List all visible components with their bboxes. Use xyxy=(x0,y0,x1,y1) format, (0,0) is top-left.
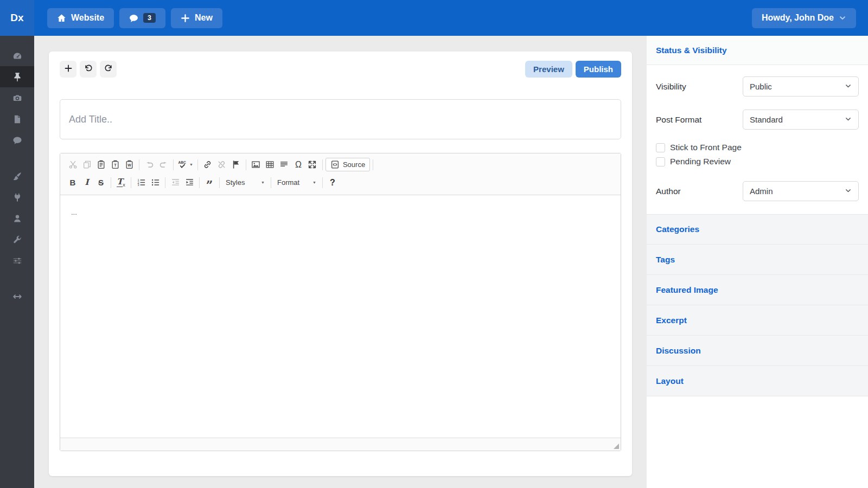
remove-format-button[interactable]: Tx xyxy=(114,176,128,190)
unlink-button[interactable] xyxy=(215,158,229,172)
comments-button[interactable]: 3 xyxy=(119,8,165,28)
pin-icon xyxy=(12,72,22,82)
undo-button[interactable] xyxy=(80,61,97,78)
paste-from-word-icon: W xyxy=(125,160,134,169)
visibility-label: Visibility xyxy=(656,82,686,92)
post-format-field: Post Format Standard xyxy=(656,110,859,130)
redo-button[interactable] xyxy=(100,61,117,78)
add-block-button[interactable] xyxy=(60,61,76,78)
image-icon xyxy=(251,160,260,169)
wrench-icon xyxy=(12,235,22,245)
visibility-value: Public xyxy=(750,82,772,91)
new-button[interactable]: New xyxy=(171,8,222,28)
page-icon xyxy=(12,114,22,124)
cut-button[interactable] xyxy=(66,158,80,172)
styles-dropdown-button[interactable]: Styles▼ xyxy=(222,176,268,190)
plus-icon xyxy=(181,14,190,23)
sidebar-item-settings[interactable] xyxy=(0,250,34,271)
sidebar-item-pages[interactable] xyxy=(0,108,34,130)
sidebar-item-plugins[interactable] xyxy=(0,187,34,208)
stick-to-front-page-checkbox[interactable] xyxy=(656,143,665,152)
home-icon xyxy=(57,14,66,23)
sidebar-item-tools[interactable] xyxy=(0,229,34,250)
section-layout[interactable]: Layout xyxy=(647,366,868,396)
special-character-button[interactable]: Ω xyxy=(291,158,305,172)
horizontal-line-button[interactable] xyxy=(277,158,291,172)
bold-button[interactable]: B xyxy=(66,176,80,190)
plug-icon xyxy=(12,192,22,202)
post-format-value: Standard xyxy=(750,115,783,124)
sidebar-item-dashboard[interactable] xyxy=(0,45,34,66)
unlink-icon xyxy=(217,160,226,169)
resize-handle[interactable] xyxy=(614,444,619,449)
toolbar-separator xyxy=(173,159,174,170)
undo-button[interactable] xyxy=(142,158,156,172)
toolbar-separator xyxy=(219,177,220,188)
source-icon xyxy=(330,160,340,169)
spellcheck-button[interactable]: ABC▼ xyxy=(176,158,195,172)
sidebar-item-comments[interactable] xyxy=(0,130,34,151)
sidebar-item-media[interactable] xyxy=(0,87,34,108)
section-tags[interactable]: Tags xyxy=(647,245,868,275)
section-excerpt[interactable]: Excerpt xyxy=(647,305,868,336)
section-featured-image[interactable]: Featured Image xyxy=(647,275,868,305)
plus-icon xyxy=(64,64,73,75)
pending-review-checkbox[interactable] xyxy=(656,157,665,166)
paste-from-word-button[interactable]: W xyxy=(122,158,136,172)
user-menu-button[interactable]: Howdy, John Doe xyxy=(752,8,856,28)
italic-button[interactable]: I xyxy=(80,176,94,190)
link-button[interactable] xyxy=(201,158,215,172)
format-dropdown-button[interactable]: Format▼ xyxy=(274,176,320,190)
copy-button[interactable] xyxy=(80,158,94,172)
about-button[interactable]: ? xyxy=(326,176,340,190)
website-button[interactable]: Website xyxy=(47,8,114,28)
paste-plain-text-button[interactable]: T xyxy=(108,158,122,172)
preview-button[interactable]: Preview xyxy=(525,61,572,78)
post-settings-panel: Status & Visibility Visibility Public Po… xyxy=(647,36,868,488)
numbered-list-button[interactable]: 123 xyxy=(134,176,148,190)
sidebar-item-posts[interactable] xyxy=(0,66,34,87)
toolbar-separator xyxy=(131,177,131,188)
author-select[interactable]: Admin xyxy=(743,181,859,201)
bulleted-list-icon xyxy=(151,178,160,187)
new-button-label: New xyxy=(195,13,213,23)
chevron-down-icon xyxy=(845,82,852,91)
topbar: Dx Website 3 New Howdy, John Doe xyxy=(0,0,868,36)
source-button[interactable]: Source xyxy=(326,158,370,171)
paste-button[interactable] xyxy=(94,158,108,172)
sidebar-item-collapse-menu[interactable] xyxy=(0,286,34,307)
strikethrough-button[interactable]: S xyxy=(94,176,108,190)
sidebar-item-appearance[interactable] xyxy=(0,165,34,187)
status-fields: Visibility Public Post Format Standard S… xyxy=(647,65,868,201)
section-label: Excerpt xyxy=(656,316,687,325)
post-title-input[interactable] xyxy=(60,99,621,139)
section-categories[interactable]: Categories xyxy=(647,214,868,245)
blockquote-button[interactable]: ” xyxy=(202,176,216,190)
anchor-button[interactable] xyxy=(229,158,243,172)
comment-icon xyxy=(12,136,22,145)
indent-button[interactable] xyxy=(182,176,196,190)
editor-content-area[interactable]: ... xyxy=(60,195,621,438)
section-discussion[interactable]: Discussion xyxy=(647,336,868,366)
table-button[interactable] xyxy=(263,158,277,172)
publish-button[interactable]: Publish xyxy=(576,61,621,78)
about-glyph: ? xyxy=(330,178,335,187)
strikethrough-glyph: S xyxy=(98,178,104,187)
maximize-button[interactable] xyxy=(305,158,320,172)
app-logo[interactable]: Dx xyxy=(0,0,34,36)
outdent-button[interactable] xyxy=(168,176,182,190)
image-button[interactable] xyxy=(249,158,263,172)
status-visibility-header[interactable]: Status & Visibility xyxy=(647,36,868,65)
panel-accordion: CategoriesTagsFeatured ImageExcerptDiscu… xyxy=(647,214,868,396)
redo-button[interactable] xyxy=(156,158,170,172)
chevron-down-icon xyxy=(845,115,852,124)
stick-to-front-page-option[interactable]: Stick to Front Page xyxy=(656,140,859,155)
sidebar-item-users[interactable] xyxy=(0,208,34,229)
toolbar-separator xyxy=(322,159,323,170)
post-format-select[interactable]: Standard xyxy=(743,110,859,130)
visibility-select[interactable]: Public xyxy=(743,76,859,97)
numbered-list-icon: 123 xyxy=(137,178,146,187)
pending-review-option[interactable]: Pending Review xyxy=(656,155,859,169)
author-value: Admin xyxy=(750,187,773,196)
bulleted-list-button[interactable] xyxy=(148,176,162,190)
